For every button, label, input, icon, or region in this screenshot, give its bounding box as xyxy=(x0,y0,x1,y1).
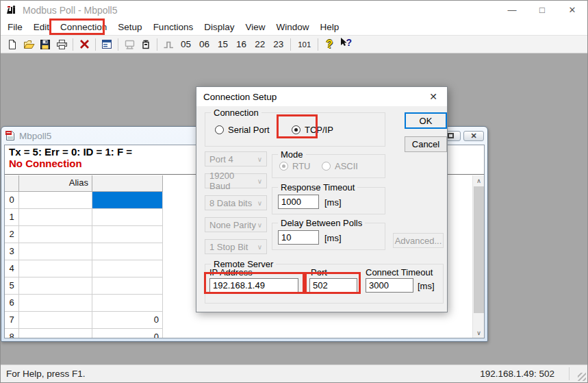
alias-cell[interactable] xyxy=(19,243,92,260)
response-timeout-input[interactable] xyxy=(278,195,319,209)
titlebar: Modbus Poll - Mbpoll5 — □ ✕ xyxy=(1,1,587,19)
scroll-down-icon[interactable]: ∨ xyxy=(473,328,485,338)
cancel-x-icon[interactable] xyxy=(76,37,92,52)
row-header[interactable]: 8 xyxy=(5,329,19,338)
vertical-scrollbar[interactable]: ∧ ∨ xyxy=(472,175,484,338)
mode-group: Mode RTU ASCII xyxy=(272,154,385,178)
setup-window-icon[interactable] xyxy=(99,37,115,52)
serial-port-radio[interactable]: Serial Port xyxy=(215,125,270,135)
stop-bit-select[interactable]: 1 Stop Bit∨ xyxy=(205,239,267,254)
menu-file[interactable]: File xyxy=(2,20,28,34)
value-cell[interactable]: 0 xyxy=(92,312,163,329)
resize-grip[interactable] xyxy=(578,373,586,381)
value-cell-selected[interactable] xyxy=(92,192,163,209)
value-cell[interactable] xyxy=(92,295,163,312)
func-06-button[interactable]: 06 xyxy=(195,39,214,49)
row-header[interactable]: 5 xyxy=(5,277,19,295)
table-row: 8 0 xyxy=(5,329,472,338)
value-cell[interactable] xyxy=(92,226,163,243)
value-cell[interactable] xyxy=(92,243,163,260)
value-column-header[interactable] xyxy=(92,175,163,192)
new-file-icon[interactable] xyxy=(4,37,21,52)
row-header[interactable]: 0 xyxy=(5,192,19,209)
ip-address-input[interactable] xyxy=(209,278,298,293)
func-101-button[interactable]: 101 xyxy=(295,40,314,49)
dialog-titlebar[interactable]: Connection Setup ✕ xyxy=(196,87,447,106)
advanced-button[interactable]: Advanced... xyxy=(393,233,444,248)
mdi-close-icon[interactable]: ✕ xyxy=(463,131,484,141)
port-input[interactable] xyxy=(309,278,357,293)
menu-window[interactable]: Window xyxy=(270,20,314,34)
help-icon[interactable]: ? xyxy=(321,37,337,52)
app-window: Modbus Poll - Mbpoll5 — □ ✕ File Edit Co… xyxy=(0,0,588,383)
rtu-radio[interactable]: RTU xyxy=(279,161,310,171)
menu-display[interactable]: Display xyxy=(199,20,240,34)
alias-cell[interactable] xyxy=(19,329,92,338)
connect-timeout-input[interactable] xyxy=(366,278,413,293)
row-header[interactable]: 3 xyxy=(5,243,19,260)
func-05-button[interactable]: 05 xyxy=(177,39,195,49)
row-header[interactable]: 1 xyxy=(5,209,19,226)
serial-port-select[interactable]: Port 4∨ xyxy=(205,151,267,166)
menu-view[interactable]: View xyxy=(240,20,270,34)
parity-select[interactable]: None Parity∨ xyxy=(205,217,267,232)
connection-group-label: Connection xyxy=(211,108,261,118)
maximize-icon[interactable]: □ xyxy=(527,1,557,19)
print-icon[interactable] xyxy=(53,37,70,52)
scrollbar-thumb[interactable] xyxy=(474,186,484,313)
row-header[interactable]: 4 xyxy=(5,260,19,277)
func-22-button[interactable]: 22 xyxy=(251,39,269,49)
row-header[interactable]: 6 xyxy=(5,295,19,312)
alias-column-header[interactable]: Alias xyxy=(19,175,92,192)
delay-group: Delay Between Polls [ms] xyxy=(272,223,385,250)
row-header[interactable]: 7 xyxy=(5,312,19,329)
toolbar-separator xyxy=(290,38,291,51)
ms-unit-label: [ms] xyxy=(418,281,435,291)
pulse-icon[interactable] xyxy=(160,37,177,52)
grid-corner-header xyxy=(5,175,19,192)
statusbar-divider xyxy=(569,367,570,380)
radio-circle xyxy=(215,125,224,134)
close-icon[interactable]: ✕ xyxy=(557,1,587,19)
func-15-button[interactable]: 15 xyxy=(214,39,232,49)
baud-rate-select[interactable]: 19200 Baud∨ xyxy=(205,173,267,188)
poll-disabled-icon[interactable] xyxy=(121,37,138,52)
dialog-close-icon[interactable]: ✕ xyxy=(426,91,440,102)
value-cell[interactable] xyxy=(92,277,163,295)
data-bits-select[interactable]: 8 Data bits∨ xyxy=(205,195,267,210)
alias-cell[interactable] xyxy=(19,226,92,243)
value-cell[interactable] xyxy=(92,260,163,277)
menu-functions[interactable]: Functions xyxy=(148,20,199,34)
tcpip-radio[interactable]: TCP/IP xyxy=(292,125,333,135)
alias-cell[interactable] xyxy=(19,295,92,312)
alias-cell[interactable] xyxy=(19,209,92,226)
ok-button[interactable]: OK xyxy=(405,112,447,129)
row-header[interactable]: 2 xyxy=(5,226,19,243)
value-cell[interactable]: 0 xyxy=(92,329,163,338)
alias-cell[interactable] xyxy=(19,192,92,209)
alias-cell[interactable] xyxy=(19,260,92,277)
cancel-button[interactable]: Cancel xyxy=(405,136,447,152)
value-cell[interactable] xyxy=(92,209,163,226)
menu-connection[interactable]: Connection xyxy=(55,20,112,34)
context-help-icon[interactable]: ? xyxy=(337,37,354,52)
func-23-button[interactable]: 23 xyxy=(269,39,287,49)
device-icon[interactable] xyxy=(138,37,154,52)
save-icon[interactable] xyxy=(37,37,53,52)
radio-circle xyxy=(279,162,288,171)
alias-cell[interactable] xyxy=(19,277,92,295)
table-row: 7 0 xyxy=(5,312,472,329)
menu-edit[interactable]: Edit xyxy=(28,20,55,34)
response-timeout-label: Response Timeout xyxy=(278,182,357,193)
minimize-icon[interactable]: — xyxy=(497,1,527,19)
open-file-icon[interactable] xyxy=(21,37,37,52)
delay-input[interactable] xyxy=(278,230,319,245)
menu-help[interactable]: Help xyxy=(314,20,344,34)
ascii-radio[interactable]: ASCII xyxy=(322,161,358,171)
menu-setup[interactable]: Setup xyxy=(112,20,147,34)
alias-cell[interactable] xyxy=(19,312,92,329)
statusbar: For Help, press F1. 192.168.1.49: 502 xyxy=(1,365,587,382)
scroll-up-icon[interactable]: ∧ xyxy=(473,175,485,186)
func-16-button[interactable]: 16 xyxy=(232,39,251,49)
port-label: Port xyxy=(311,267,327,277)
